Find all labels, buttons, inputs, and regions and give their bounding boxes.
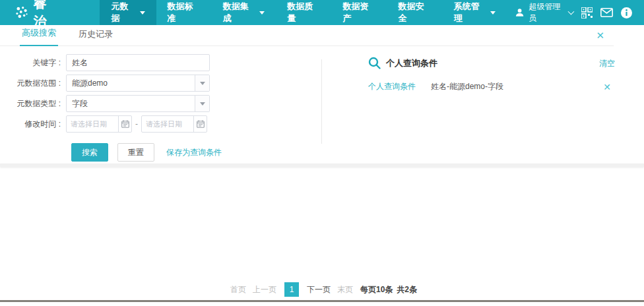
pagination-last[interactable]: 末页 [337,284,353,295]
nav-item-label: 数据标准 [168,1,201,24]
pagination-current-page[interactable]: 1 [284,282,299,297]
nav-item-label: 数据资产 [342,1,375,24]
type-label: 元数据类型 : [0,98,66,109]
dropdown-arrow-icon [195,75,209,91]
keyword-input[interactable] [66,54,210,71]
keyword-row: 关键字 : [0,54,321,71]
search-tabbar: 高级搜索 历史记录 ✕ [0,25,644,46]
dropdown-arrow-icon [195,96,209,111]
user-menu[interactable]: 超级管理员 [515,1,573,24]
modified-time-label: 修改时间 : [0,119,66,130]
end-date-placeholder: 请选择日期 [142,119,193,129]
search-button[interactable]: 搜索 [71,143,108,162]
qr-code-icon[interactable] [581,7,593,18]
keyword-label: 关键字 : [0,57,66,69]
start-date-placeholder: 请选择日期 [67,119,118,129]
caret-down-icon [490,11,496,15]
form-actions: 搜索 重置 保存为查询条件 [71,143,321,162]
metadata-scope-select[interactable]: 能源demo [66,75,210,92]
remove-item-icon[interactable]: ✕ [603,82,611,92]
query-item-name-link[interactable]: 个人查询条件 [368,81,431,92]
advanced-search-form: 关键字 : 元数据范围 : 能源demo 元数据类型 : 字段 修改时间 : 请… [0,46,321,164]
scope-label: 元数据范围 : [0,78,66,89]
scope-selected-value: 能源demo [67,78,195,89]
nav-item-label: 数据安全 [399,1,432,24]
pagination-first[interactable]: 首页 [230,284,246,295]
personal-query-item: 个人查询条件 姓名-能源demo-字段 ✕ [368,81,615,92]
caret-down-icon [140,11,145,15]
tab-advanced-search[interactable]: 高级搜索 [20,27,58,46]
user-icon [515,7,525,18]
pagination: 首页 上一页 1 下一页 末页 每页10条 共2条 [0,282,644,297]
reset-button[interactable]: 重置 [117,143,154,162]
nav-item-label: 系统管理 [454,1,487,24]
pagination-page-size: 每页10条 [360,284,393,295]
logo-dots-icon [15,5,28,20]
nav-item-data-integration[interactable]: 数据集成 [212,0,276,25]
caret-down-icon [259,11,265,15]
close-icon[interactable]: ✕ [596,30,604,40]
date-range-separator: - [135,119,138,129]
nav-item-system-management[interactable]: 系统管理 [443,0,507,25]
clear-all-link[interactable]: 清空 [599,58,615,69]
type-row: 元数据类型 : 字段 [0,95,321,112]
end-date-picker[interactable]: 请选择日期 [141,115,207,133]
window-bottom-bar [0,300,644,302]
personal-query-panel: 个人查询条件 清空 个人查询条件 姓名-能源demo-字段 ✕ [322,46,644,164]
chevron-down-icon [568,8,575,15]
query-item-description: 姓名-能源demo-字段 [431,81,603,92]
type-selected-value: 字段 [67,98,195,109]
nav-item-label: 数据集成 [223,1,256,24]
app-logo[interactable]: 睿治 [0,0,73,25]
personal-query-title: 个人查询条件 [386,57,437,69]
nav-item-data-asset[interactable]: 数据资产 [331,0,387,25]
section-divider-band [0,164,644,167]
personal-query-header: 个人查询条件 [368,57,615,69]
navbar-right-tools: 超级管理员 [507,0,644,25]
save-query-link[interactable]: 保存为查询条件 [166,147,222,158]
calendar-icon [118,116,131,132]
user-name: 超级管理员 [529,1,567,24]
pagination-prev[interactable]: 上一页 [253,284,276,295]
search-icon [368,57,381,69]
pagination-next[interactable]: 下一页 [307,284,331,295]
modified-time-row: 修改时间 : 请选择日期 - 请选择日期 [0,115,321,133]
scope-row: 元数据范围 : 能源demo [0,75,321,92]
pagination-total: 共2条 [397,284,417,295]
mail-icon[interactable] [600,8,613,17]
calendar-icon [193,116,207,132]
nav-item-data-quality[interactable]: 数据质量 [276,0,331,25]
nav-item-data-security[interactable]: 数据安全 [387,0,443,25]
main-nav-menu: 元数据 数据标准 数据集成 数据质量 数据资产 数据安全 系统管理 [100,0,507,25]
metadata-type-select[interactable]: 字段 [66,95,210,112]
nav-item-metadata[interactable]: 元数据 [100,0,156,25]
nav-item-data-standard[interactable]: 数据标准 [156,0,212,25]
start-date-picker[interactable]: 请选择日期 [66,115,132,133]
info-icon[interactable] [621,7,632,18]
nav-item-label: 数据质量 [287,1,320,24]
top-navbar: 睿治 元数据 数据标准 数据集成 数据质量 数据资产 数据安全 系统管理 [0,0,644,25]
tab-history[interactable]: 历史记录 [77,28,115,46]
nav-item-label: 元数据 [111,1,135,24]
search-section: 关键字 : 元数据范围 : 能源demo 元数据类型 : 字段 修改时间 : 请… [0,46,644,164]
